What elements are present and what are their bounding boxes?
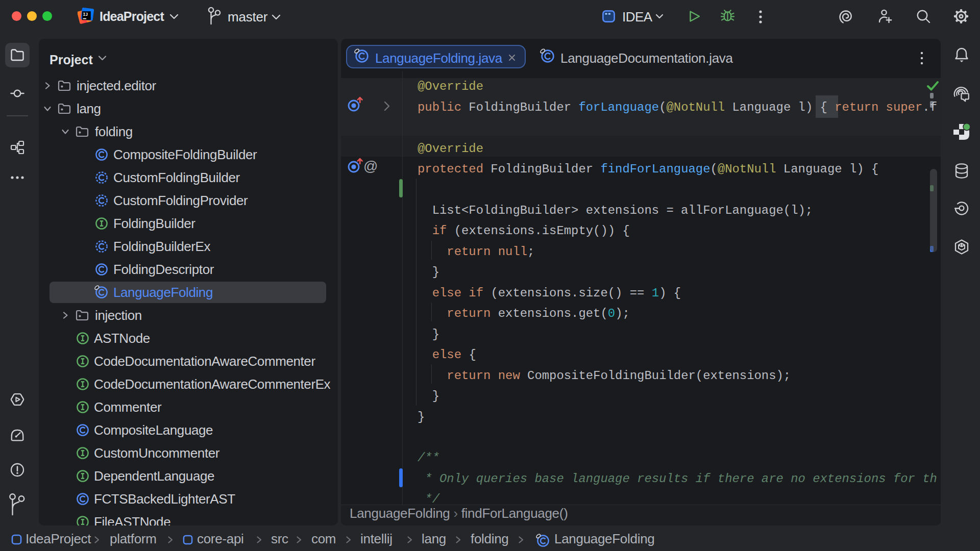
svg-text:IJ: IJ	[83, 12, 88, 17]
